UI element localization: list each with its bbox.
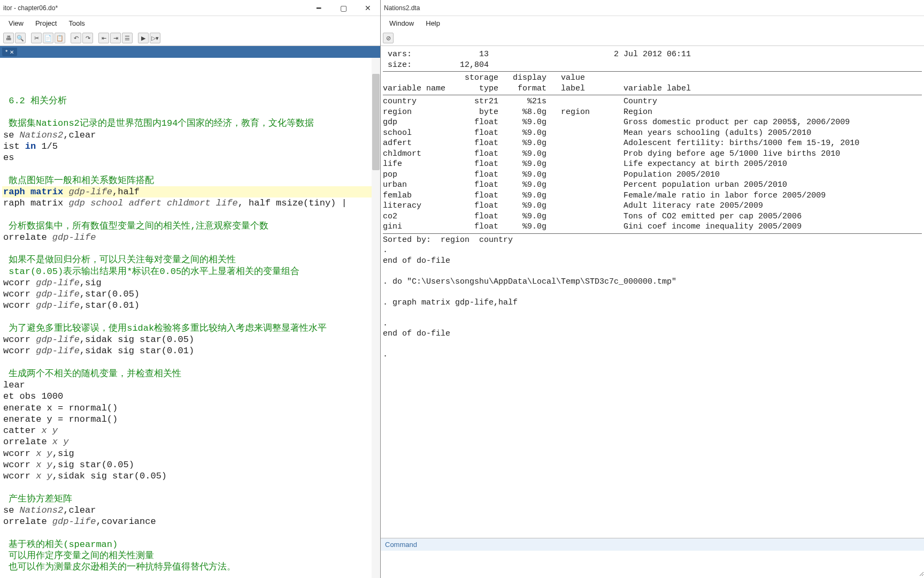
code-line[interactable] <box>2 573 380 578</box>
break-icon[interactable]: ⊘ <box>383 33 394 43</box>
command-input[interactable] <box>381 551 924 576</box>
tab-label: * <box>5 49 7 55</box>
do-file-editor-window: itor - chapter06.do* ━ ▢ ✕ View Project … <box>0 0 381 578</box>
code-line[interactable]: orrelate gdp-life,covariance <box>2 516 380 527</box>
code-line[interactable]: 可以用作定序变量之间的相关性测量 <box>2 550 380 561</box>
code-line[interactable]: 生成两个不相关的随机变量，并检查相关性 <box>2 368 380 379</box>
code-line[interactable] <box>2 243 380 254</box>
code-line[interactable]: wcorr gdp-life,sidak sig star(0.01) <box>2 345 380 356</box>
indent-icon[interactable]: ⇤ <box>98 33 109 43</box>
code-line[interactable]: wcorr x y,sig <box>2 448 380 459</box>
code-editor[interactable]: 6.2 相关分析 数据集Nations2记录的是世界范围内194个国家的经济，教… <box>0 58 380 578</box>
var-row: femlab float %9.0g Female/male ratio in … <box>383 191 922 201</box>
code-line[interactable]: enerate x = rnormal() <box>2 402 380 414</box>
undo-icon[interactable]: ↶ <box>71 33 81 43</box>
code-line[interactable]: 产生协方差矩阵 <box>2 493 380 505</box>
code-line[interactable] <box>2 209 380 220</box>
code-line[interactable]: wcorr x y,sidak sig star(0.05) <box>2 470 380 482</box>
editor-titlebar: itor - chapter06.do* ━ ▢ ✕ <box>0 0 380 16</box>
menu-view[interactable]: View <box>4 18 28 28</box>
scrollbar-thumb[interactable] <box>372 74 380 170</box>
code-line[interactable] <box>2 357 380 368</box>
code-line[interactable]: 散点图矩阵一般和相关系数矩阵搭配 <box>2 175 380 186</box>
code-line[interactable]: star(0.05)表示输出结果用*标识在0.05的水平上显著相关的变量组合 <box>2 266 380 277</box>
tab-close-icon[interactable]: ✕ <box>10 49 14 55</box>
maximize-button[interactable]: ▢ <box>331 0 356 16</box>
command-label: Command <box>381 538 924 551</box>
code-line[interactable]: se Nations2,clear <box>2 505 380 516</box>
vertical-scrollbar[interactable] <box>372 58 380 578</box>
code-line[interactable]: ist in 1/5 <box>2 141 380 152</box>
var-row: pop float %9.0g Population 2005/2010 <box>383 170 922 180</box>
code-line[interactable]: raph matrix gdp school adfert chldmort l… <box>2 197 380 209</box>
code-line[interactable]: 6.2 相关分析 <box>2 95 380 107</box>
menu-help[interactable]: Help <box>421 18 444 28</box>
cut-icon[interactable]: ✂ <box>31 33 42 43</box>
code-line[interactable]: orrelate gdp-life <box>2 232 380 243</box>
var-row: urban float %9.0g Percent population urb… <box>383 180 922 191</box>
code-line[interactable]: 为了避免多重比较谬误，使用sidak检验将多重比较纳入考虑来调整显著性水平 <box>2 323 380 334</box>
code-line[interactable] <box>2 311 380 323</box>
redo-icon[interactable]: ↷ <box>82 33 93 43</box>
var-row: gdp float %9.0g Gross domestic product p… <box>383 117 922 128</box>
bookmark-icon[interactable]: ☰ <box>122 33 133 43</box>
code-line[interactable]: es <box>2 152 380 163</box>
code-line[interactable]: orrelate x y <box>2 436 380 447</box>
copy-icon[interactable]: 📄 <box>43 33 53 43</box>
code-line[interactable] <box>2 107 380 118</box>
var-row: chldmort float %9.0g Prob dying before a… <box>383 149 922 159</box>
code-line[interactable]: wcorr gdp-life,sidak sig star(0.05) <box>2 334 380 345</box>
results-title: Nations2.dta <box>384 4 420 12</box>
find-icon[interactable]: 🔍 <box>15 33 26 43</box>
code-line[interactable]: wcorr x y,sig star(0.05) <box>2 459 380 470</box>
code-line[interactable]: lear <box>2 379 380 391</box>
var-row: adfert float %9.0g Adolescent fertility:… <box>383 138 922 149</box>
var-row: co2 float %9.0g Tons of CO2 emitted per … <box>383 211 922 222</box>
code-line[interactable] <box>2 527 380 538</box>
code-line[interactable]: wcorr gdp-life,star(0.01) <box>2 300 380 311</box>
results-titlebar: Nations2.dta <box>381 0 924 16</box>
code-line[interactable]: se Nations2,clear <box>2 130 380 141</box>
code-line[interactable]: catter x y <box>2 425 380 436</box>
paste-icon[interactable]: 📋 <box>55 33 65 43</box>
var-row: country str21 %21s Country <box>383 96 922 107</box>
code-line[interactable]: wcorr gdp-life,sig <box>2 277 380 288</box>
unindent-icon[interactable]: ⇥ <box>110 33 121 43</box>
editor-toolbar: 🖶 🔍 ✂ 📄 📋 ↶ ↷ ⇤ ⇥ ☰ ▶ ▷▾ <box>0 31 380 46</box>
command-panel: Command <box>381 538 924 578</box>
code-line[interactable]: wcorr gdp-life,star(0.05) <box>2 288 380 300</box>
var-row: gini float %9.0g Gini coef income inequa… <box>383 222 922 232</box>
code-line[interactable]: raph matrix gdp-life,half <box>2 186 380 197</box>
results-menubar: Window Help <box>381 16 924 31</box>
run-icon[interactable]: ▶ <box>138 33 149 43</box>
var-row: literacy float %9.0g Adult literacy rate… <box>383 201 922 211</box>
menu-window[interactable]: Window <box>385 18 418 28</box>
minimize-button[interactable]: ━ <box>306 0 331 16</box>
code-line[interactable]: 如果不是做回归分析，可以只关注每对变量之间的相关性 <box>2 254 380 265</box>
code-line[interactable] <box>2 482 380 493</box>
code-line[interactable]: 也可以作为测量皮尔逊相关的一种抗特异值得替代方法。 <box>2 561 380 573</box>
file-tab[interactable]: * ✕ <box>2 48 17 56</box>
code-line[interactable] <box>2 163 380 174</box>
results-toolbar: ⊘ <box>381 31 924 46</box>
editor-menubar: View Project Tools <box>0 16 380 31</box>
code-line[interactable]: 分析数据集中，所有数值型变量之间的相关性,注意观察变量个数 <box>2 220 380 232</box>
print-icon[interactable]: 🖶 <box>3 33 14 43</box>
editor-title: itor - chapter06.do* <box>3 4 58 12</box>
menu-tools[interactable]: Tools <box>64 18 89 28</box>
run-selection-icon[interactable]: ▷▾ <box>150 33 160 43</box>
var-row: school float %9.0g Mean years schooling … <box>383 128 922 139</box>
code-line[interactable]: 基于秩的相关(spearman) <box>2 539 380 550</box>
code-line[interactable]: et obs 1000 <box>2 391 380 402</box>
code-line[interactable]: 数据集Nations2记录的是世界范围内194个国家的经济，教育，文化等数据 <box>2 118 380 129</box>
menu-project[interactable]: Project <box>31 18 61 28</box>
main-stata-window: Nations2.dta Window Help ⊘ vars: 13 2 Ju… <box>381 0 924 578</box>
editor-tab-strip: * ✕ <box>0 46 380 58</box>
var-row: region byte %8.0g region Region <box>383 107 922 118</box>
results-pane[interactable]: vars: 13 2 Jul 2012 06:11 size: 12,804 s… <box>381 46 924 538</box>
var-row: life float %9.0g Life expectancy at birt… <box>383 159 922 170</box>
code-line[interactable]: enerate y = rnormal() <box>2 414 380 425</box>
close-button[interactable]: ✕ <box>356 0 380 16</box>
